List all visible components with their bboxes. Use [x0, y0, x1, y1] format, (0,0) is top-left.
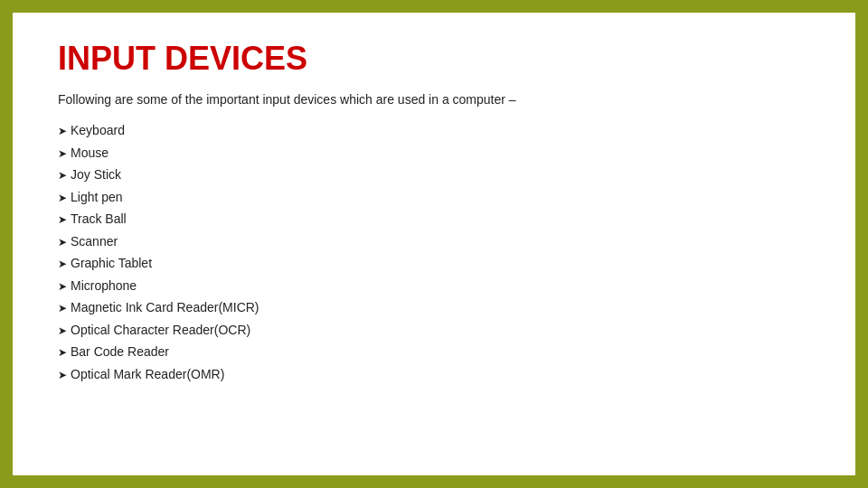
- list-item: Scanner: [58, 230, 810, 253]
- list-item: Keyboard: [58, 119, 810, 142]
- list-item: Joy Stick: [58, 164, 810, 186]
- list-container: KeyboardMouseJoy StickLight penTrack Bal…: [58, 119, 810, 385]
- list-item: Magnetic Ink Card Reader(MICR): [58, 296, 810, 319]
- list-item: Graphic Tablet: [58, 252, 810, 275]
- outer-border: INPUT DEVICES Following are some of the …: [0, 0, 868, 488]
- list-item: Light pen: [58, 186, 810, 209]
- slide: INPUT DEVICES Following are some of the …: [13, 13, 855, 475]
- slide-title: INPUT DEVICES: [58, 40, 810, 78]
- list-item: Optical Character Reader(OCR): [58, 319, 810, 342]
- slide-subtitle: Following are some of the important inpu…: [58, 92, 810, 107]
- list-item: Track Ball: [58, 208, 810, 230]
- list-item: Microphone: [58, 275, 810, 297]
- list-item: Mouse: [58, 142, 810, 164]
- list-item: Optical Mark Reader(OMR): [58, 363, 810, 386]
- list-item: Bar Code Reader: [58, 341, 810, 363]
